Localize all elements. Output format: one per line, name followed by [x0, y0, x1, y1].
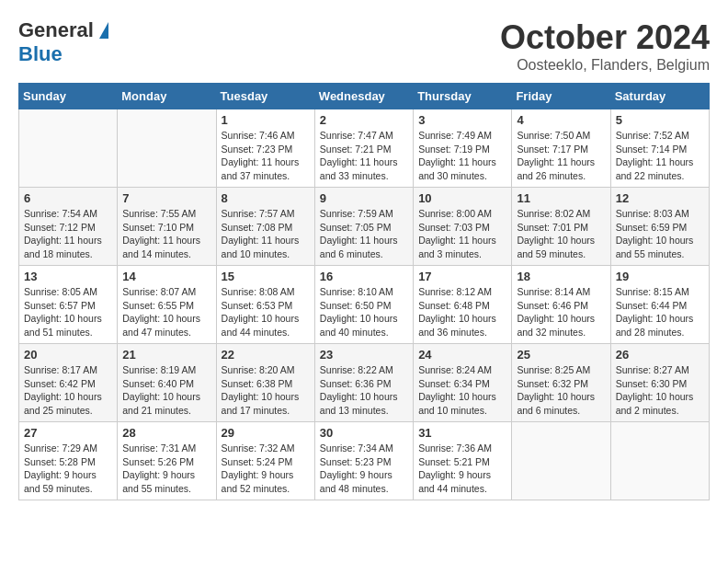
calendar-cell	[512, 422, 610, 500]
day-detail: Sunrise: 7:46 AMSunset: 7:23 PMDaylight:…	[222, 129, 310, 183]
day-number: 15	[222, 270, 310, 283]
day-number: 4	[517, 113, 605, 127]
day-detail: Sunrise: 8:20 AMSunset: 6:38 PMDaylight:…	[222, 363, 310, 418]
calendar-cell: 14Sunrise: 8:07 AMSunset: 6:55 PMDayligh…	[118, 266, 216, 344]
day-detail: Sunrise: 8:15 AMSunset: 6:44 PMDaylight:…	[616, 285, 704, 339]
day-detail: Sunrise: 8:25 AMSunset: 6:32 PMDaylight:…	[517, 363, 605, 418]
day-number: 6	[24, 191, 112, 205]
day-number: 1	[222, 113, 310, 127]
calendar-cell: 31Sunrise: 7:36 AMSunset: 5:21 PMDayligh…	[414, 422, 512, 500]
logo-general-text: General	[18, 18, 94, 42]
day-header-friday: Friday	[512, 84, 610, 109]
calendar-cell: 30Sunrise: 7:34 AMSunset: 5:23 PMDayligh…	[314, 422, 413, 500]
calendar-cell: 15Sunrise: 8:08 AMSunset: 6:53 PMDayligh…	[216, 266, 314, 344]
day-detail: Sunrise: 8:17 AMSunset: 6:42 PMDaylight:…	[24, 363, 112, 418]
day-detail: Sunrise: 7:36 AMSunset: 5:21 PMDaylight:…	[418, 442, 506, 496]
week-row-4: 20Sunrise: 8:17 AMSunset: 6:42 PMDayligh…	[19, 344, 710, 422]
week-row-5: 27Sunrise: 7:29 AMSunset: 5:28 PMDayligh…	[19, 422, 710, 500]
day-number: 2	[320, 113, 408, 127]
page-header: General Blue October 2024 Oosteeklo, Fla…	[18, 18, 710, 74]
day-number: 31	[418, 426, 506, 440]
day-detail: Sunrise: 8:08 AMSunset: 6:53 PMDaylight:…	[222, 285, 310, 339]
day-detail: Sunrise: 7:57 AMSunset: 7:08 PMDaylight:…	[222, 207, 310, 261]
day-number: 16	[320, 270, 408, 283]
day-detail: Sunrise: 8:03 AMSunset: 6:59 PMDaylight:…	[616, 207, 704, 261]
calendar-cell: 4Sunrise: 7:50 AMSunset: 7:17 PMDaylight…	[512, 109, 610, 188]
day-number: 10	[418, 191, 506, 205]
day-detail: Sunrise: 8:19 AMSunset: 6:40 PMDaylight:…	[122, 363, 210, 418]
day-number: 18	[517, 270, 605, 283]
day-number: 14	[122, 270, 210, 283]
calendar-cell: 5Sunrise: 7:52 AMSunset: 7:14 PMDaylight…	[610, 109, 709, 188]
day-detail: Sunrise: 8:00 AMSunset: 7:03 PMDaylight:…	[418, 207, 506, 261]
day-detail: Sunrise: 7:50 AMSunset: 7:17 PMDaylight:…	[517, 129, 605, 183]
day-detail: Sunrise: 7:49 AMSunset: 7:19 PMDaylight:…	[418, 129, 506, 183]
day-detail: Sunrise: 7:55 AMSunset: 7:10 PMDaylight:…	[122, 207, 210, 261]
day-number: 25	[517, 348, 605, 362]
day-detail: Sunrise: 7:59 AMSunset: 7:05 PMDaylight:…	[320, 207, 408, 261]
calendar-cell: 21Sunrise: 8:19 AMSunset: 6:40 PMDayligh…	[118, 344, 216, 422]
day-number: 24	[418, 348, 506, 362]
calendar-cell: 10Sunrise: 8:00 AMSunset: 7:03 PMDayligh…	[414, 188, 512, 266]
calendar-cell: 16Sunrise: 8:10 AMSunset: 6:50 PMDayligh…	[314, 266, 413, 344]
day-detail: Sunrise: 8:05 AMSunset: 6:57 PMDaylight:…	[24, 285, 112, 339]
week-row-2: 6Sunrise: 7:54 AMSunset: 7:12 PMDaylight…	[19, 188, 710, 266]
calendar-cell: 27Sunrise: 7:29 AMSunset: 5:28 PMDayligh…	[19, 422, 118, 500]
day-number: 21	[122, 348, 210, 362]
day-number: 9	[320, 191, 408, 205]
day-detail: Sunrise: 7:31 AMSunset: 5:26 PMDaylight:…	[122, 442, 210, 496]
day-detail: Sunrise: 7:52 AMSunset: 7:14 PMDaylight:…	[616, 129, 704, 183]
logo-blue-text: Blue	[18, 42, 63, 66]
day-number: 26	[616, 348, 704, 362]
calendar-cell: 2Sunrise: 7:47 AMSunset: 7:21 PMDaylight…	[314, 109, 413, 188]
week-row-1: 1Sunrise: 7:46 AMSunset: 7:23 PMDaylight…	[19, 109, 710, 188]
day-detail: Sunrise: 8:12 AMSunset: 6:48 PMDaylight:…	[418, 285, 506, 339]
day-detail: Sunrise: 7:34 AMSunset: 5:23 PMDaylight:…	[320, 442, 408, 496]
day-number: 22	[222, 348, 310, 362]
calendar-cell: 9Sunrise: 7:59 AMSunset: 7:05 PMDaylight…	[314, 188, 413, 266]
day-detail: Sunrise: 8:02 AMSunset: 7:01 PMDaylight:…	[517, 207, 605, 261]
calendar-cell: 13Sunrise: 8:05 AMSunset: 6:57 PMDayligh…	[19, 266, 118, 344]
day-header-saturday: Saturday	[610, 84, 709, 109]
calendar-cell	[19, 109, 118, 188]
calendar-cell: 17Sunrise: 8:12 AMSunset: 6:48 PMDayligh…	[414, 266, 512, 344]
calendar-cell: 8Sunrise: 7:57 AMSunset: 7:08 PMDaylight…	[216, 188, 314, 266]
calendar-cell: 1Sunrise: 7:46 AMSunset: 7:23 PMDaylight…	[216, 109, 314, 188]
day-number: 11	[517, 191, 605, 205]
day-number: 23	[320, 348, 408, 362]
location-text: Oosteeklo, Flanders, Belgium	[500, 57, 710, 74]
calendar-cell: 28Sunrise: 7:31 AMSunset: 5:26 PMDayligh…	[118, 422, 216, 500]
header-row: SundayMondayTuesdayWednesdayThursdayFrid…	[19, 84, 710, 109]
day-detail: Sunrise: 8:07 AMSunset: 6:55 PMDaylight:…	[122, 285, 210, 339]
day-detail: Sunrise: 8:27 AMSunset: 6:30 PMDaylight:…	[616, 363, 704, 418]
calendar-cell: 19Sunrise: 8:15 AMSunset: 6:44 PMDayligh…	[610, 266, 709, 344]
day-header-wednesday: Wednesday	[314, 84, 413, 109]
calendar-cell	[610, 422, 709, 500]
calendar-cell: 11Sunrise: 8:02 AMSunset: 7:01 PMDayligh…	[512, 188, 610, 266]
day-detail: Sunrise: 8:22 AMSunset: 6:36 PMDaylight:…	[320, 363, 408, 418]
day-header-sunday: Sunday	[19, 84, 118, 109]
week-row-3: 13Sunrise: 8:05 AMSunset: 6:57 PMDayligh…	[19, 266, 710, 344]
day-number: 27	[24, 426, 112, 440]
day-header-thursday: Thursday	[414, 84, 512, 109]
calendar-cell: 22Sunrise: 8:20 AMSunset: 6:38 PMDayligh…	[216, 344, 314, 422]
day-number: 30	[320, 426, 408, 440]
calendar-cell: 7Sunrise: 7:55 AMSunset: 7:10 PMDaylight…	[118, 188, 216, 266]
day-detail: Sunrise: 8:10 AMSunset: 6:50 PMDaylight:…	[320, 285, 408, 339]
calendar-cell: 24Sunrise: 8:24 AMSunset: 6:34 PMDayligh…	[414, 344, 512, 422]
day-detail: Sunrise: 7:54 AMSunset: 7:12 PMDaylight:…	[24, 207, 112, 261]
day-detail: Sunrise: 7:47 AMSunset: 7:21 PMDaylight:…	[320, 129, 408, 183]
calendar-cell: 20Sunrise: 8:17 AMSunset: 6:42 PMDayligh…	[19, 344, 118, 422]
calendar-cell: 12Sunrise: 8:03 AMSunset: 6:59 PMDayligh…	[610, 188, 709, 266]
calendar-cell: 26Sunrise: 8:27 AMSunset: 6:30 PMDayligh…	[610, 344, 709, 422]
month-title: October 2024	[500, 18, 710, 57]
day-detail: Sunrise: 7:29 AMSunset: 5:28 PMDaylight:…	[24, 442, 112, 496]
day-number: 3	[418, 113, 506, 127]
day-number: 12	[616, 191, 704, 205]
day-detail: Sunrise: 8:24 AMSunset: 6:34 PMDaylight:…	[418, 363, 506, 418]
day-number: 29	[222, 426, 310, 440]
day-number: 19	[616, 270, 704, 283]
day-detail: Sunrise: 8:14 AMSunset: 6:46 PMDaylight:…	[517, 285, 605, 339]
calendar-cell: 18Sunrise: 8:14 AMSunset: 6:46 PMDayligh…	[512, 266, 610, 344]
day-number: 28	[122, 426, 210, 440]
